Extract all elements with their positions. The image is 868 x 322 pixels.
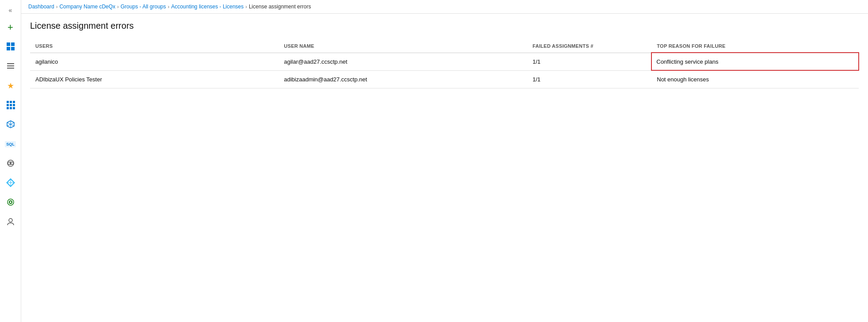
svg-rect-4 (7, 63, 14, 64)
sidebar-item-diamond[interactable] (2, 174, 19, 192)
breadcrumb: Dashboard › Company Name cDeQx › Groups … (21, 0, 868, 14)
table-header-row: USERS USER NAME FAILED ASSIGNMENTS # TOP… (30, 40, 859, 53)
errors-table: USERS USER NAME FAILED ASSIGNMENTS # TOP… (30, 40, 859, 88)
svg-rect-13 (7, 107, 9, 109)
col-header-reason: TOP REASON FOR FAILURE (651, 40, 859, 53)
cell-users: ADIbizaUX Policies Tester (30, 70, 279, 88)
sidebar-item-orbit[interactable] (2, 155, 19, 172)
svg-rect-9 (13, 101, 15, 103)
svg-rect-1 (11, 42, 15, 46)
sidebar-item-user[interactable] (2, 213, 19, 231)
page-content: License assignment errors USERS USER NAM… (21, 14, 868, 322)
col-header-failed: FAILED ASSIGNMENTS # (527, 40, 651, 53)
sidebar-item-favorites[interactable]: ★ (2, 77, 19, 95)
svg-rect-7 (7, 101, 9, 103)
svg-point-28 (10, 201, 11, 203)
breadcrumb-separator-1: › (56, 4, 58, 9)
grid-icon (6, 100, 15, 111)
cell-username: adibizaadmin@aad27.ccsctp.net (279, 70, 528, 88)
svg-rect-3 (11, 47, 15, 50)
breadcrumb-separator-3: › (168, 4, 170, 9)
cell-username: agilar@aad27.ccsctp.net (279, 53, 528, 70)
orbit-icon (6, 159, 15, 169)
cell-failed: 1/1 (527, 53, 651, 70)
svg-rect-5 (7, 65, 14, 66)
sidebar-item-eye[interactable] (2, 194, 19, 211)
svg-rect-11 (10, 104, 12, 106)
breadcrumb-separator-2: › (117, 4, 119, 9)
sidebar: « + ★ (0, 0, 21, 322)
svg-point-22 (10, 162, 11, 164)
sidebar-item-add[interactable]: + (2, 19, 19, 36)
star-icon: ★ (7, 81, 14, 91)
table-row[interactable]: agilanicoagilar@aad27.ccsctp.net1/1Confl… (30, 53, 859, 70)
table-row[interactable]: ADIbizaUX Policies Testeradibizaadmin@aa… (30, 70, 859, 88)
col-header-users: USERS (30, 40, 279, 53)
breadcrumb-licenses[interactable]: Accounting licenses - Licenses (171, 4, 244, 10)
plus-icon: + (8, 23, 13, 32)
svg-rect-10 (7, 104, 9, 106)
cell-failed: 1/1 (527, 70, 651, 88)
sidebar-item-dashboard[interactable] (2, 38, 19, 56)
list-icon (6, 61, 15, 72)
breadcrumb-separator-4: › (245, 4, 247, 9)
cube-icon (6, 120, 15, 130)
diamond-icon (6, 178, 15, 188)
sidebar-expand-button[interactable]: « (2, 4, 19, 17)
breadcrumb-current: License assignment errors (249, 4, 311, 10)
cell-reason: Not enough licenses (651, 70, 859, 88)
main-content: Dashboard › Company Name cDeQx › Groups … (21, 0, 868, 322)
svg-rect-2 (7, 47, 10, 50)
errors-table-container: USERS USER NAME FAILED ASSIGNMENTS # TOP… (30, 40, 859, 88)
user-icon (6, 217, 15, 227)
page-title: License assignment errors (30, 21, 859, 31)
eye-icon (6, 198, 15, 208)
svg-rect-0 (7, 42, 10, 46)
svg-rect-15 (13, 107, 15, 109)
sidebar-item-cube[interactable] (2, 116, 19, 134)
cell-reason: Conflicting service plans (651, 53, 859, 70)
svg-rect-8 (10, 101, 12, 103)
breadcrumb-dashboard[interactable]: Dashboard (28, 4, 54, 10)
cell-users: agilanico (30, 53, 279, 70)
sidebar-item-list[interactable] (2, 58, 19, 75)
dashboard-icon (6, 42, 15, 52)
sidebar-item-grid[interactable] (2, 96, 19, 114)
sidebar-item-sql[interactable]: SQL (2, 135, 19, 153)
svg-rect-6 (7, 68, 14, 69)
svg-rect-12 (13, 104, 15, 106)
breadcrumb-groups[interactable]: Groups - All groups (121, 4, 166, 10)
svg-point-29 (9, 218, 12, 222)
expand-icon: « (9, 7, 12, 14)
svg-rect-14 (10, 107, 12, 109)
sql-icon: SQL (5, 141, 16, 147)
col-header-username: USER NAME (279, 40, 528, 53)
breadcrumb-company[interactable]: Company Name cDeQx (59, 4, 115, 10)
